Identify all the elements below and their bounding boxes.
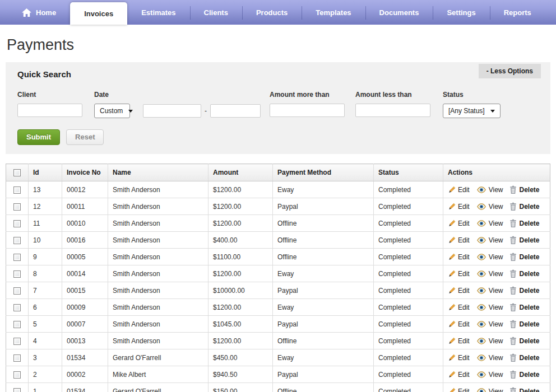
nav-tab-estimates[interactable]: Estimates [127, 0, 189, 25]
edit-link[interactable]: Edit [448, 236, 470, 244]
cell-status: Completed [374, 383, 443, 392]
row-select-cell [6, 249, 29, 265]
column-header-invoice-no[interactable]: Invoice No [62, 164, 108, 181]
row-checkbox[interactable] [13, 203, 21, 211]
status-select-value: [Any Status] [448, 107, 485, 115]
edit-link-label: Edit [458, 304, 470, 311]
column-header-status[interactable]: Status [374, 164, 443, 181]
delete-link[interactable]: Delete [509, 353, 539, 362]
delete-link[interactable]: Delete [509, 269, 539, 278]
date-from-input[interactable] [143, 104, 201, 118]
submit-button[interactable]: Submit [17, 129, 60, 145]
cell-actions: Edit View [443, 232, 550, 249]
date-group: Custom - [94, 104, 261, 118]
edit-link[interactable]: Edit [448, 320, 470, 328]
delete-link[interactable]: Delete [509, 370, 539, 379]
delete-link[interactable]: Delete [509, 337, 539, 345]
status-select[interactable]: [Any Status] [443, 104, 501, 118]
nav-tab-home[interactable]: Home [8, 0, 70, 25]
edit-link[interactable]: Edit [448, 220, 470, 227]
cell-actions: Edit View [443, 215, 550, 232]
view-link[interactable]: View [476, 270, 503, 278]
edit-link[interactable]: Edit [448, 371, 470, 379]
search-form-row: Client Date Custom - Amount more than Am… [17, 91, 539, 118]
view-link[interactable]: View [476, 186, 503, 194]
view-link[interactable]: View [476, 371, 503, 379]
edit-link[interactable]: Edit [448, 270, 470, 278]
edit-link[interactable]: Edit [448, 354, 470, 362]
column-header-amount[interactable]: Amount [208, 164, 273, 181]
select-all-checkbox[interactable] [13, 169, 21, 176]
column-header-id[interactable]: Id [29, 164, 62, 181]
row-checkbox[interactable] [13, 371, 21, 379]
client-label: Client [17, 91, 82, 99]
date-range-select[interactable]: Custom [94, 104, 130, 118]
reset-button[interactable]: Reset [66, 129, 104, 145]
cell-amount: $1200.00 [208, 181, 273, 198]
amount-less-input[interactable] [355, 104, 430, 117]
table-row: 13 00012 Smith Anderson $1200.00 Eway Co… [6, 181, 550, 198]
row-checkbox[interactable] [13, 388, 21, 392]
row-checkbox[interactable] [13, 287, 21, 295]
row-checkbox[interactable] [13, 186, 21, 194]
row-checkbox[interactable] [13, 270, 21, 278]
nav-tab-documents[interactable]: Documents [365, 0, 433, 25]
column-header-name[interactable]: Name [108, 164, 208, 181]
edit-link[interactable]: Edit [448, 203, 470, 211]
nav-tab-label: Estimates [141, 8, 175, 17]
view-link[interactable]: View [476, 320, 503, 328]
row-checkbox[interactable] [13, 304, 21, 311]
view-link[interactable]: View [476, 203, 503, 211]
delete-link[interactable]: Delete [509, 219, 539, 227]
view-link[interactable]: View [476, 337, 503, 345]
edit-link[interactable]: Edit [448, 287, 470, 295]
edit-link[interactable]: Edit [448, 304, 470, 311]
row-checkbox[interactable] [13, 321, 21, 328]
delete-link[interactable]: Delete [509, 320, 539, 328]
row-checkbox[interactable] [13, 254, 21, 261]
date-to-input[interactable] [210, 104, 261, 118]
edit-link-label: Edit [458, 354, 470, 362]
amount-more-input[interactable] [270, 104, 345, 117]
column-header-payment-method[interactable]: Payment Method [273, 164, 374, 181]
delete-link[interactable]: Delete [509, 253, 539, 261]
cell-status: Completed [374, 282, 443, 299]
view-link[interactable]: View [476, 220, 503, 227]
cell-invoice-no: 00012 [62, 181, 108, 198]
row-checkbox[interactable] [13, 354, 21, 362]
view-link[interactable]: View [476, 304, 503, 311]
cell-name: Smith Anderson [108, 333, 208, 349]
edit-link[interactable]: Edit [448, 186, 470, 194]
row-checkbox[interactable] [13, 237, 21, 244]
view-link[interactable]: View [476, 287, 503, 295]
view-link[interactable]: View [476, 388, 503, 392]
delete-link[interactable]: Delete [509, 387, 539, 392]
less-options-button[interactable]: - Less Options [479, 64, 541, 78]
delete-link[interactable]: Delete [509, 303, 539, 311]
table-row: 10 00016 Smith Anderson $400.00 Offline … [6, 232, 550, 249]
nav-tab-invoices[interactable]: Invoices [70, 2, 127, 25]
delete-link-label: Delete [519, 371, 539, 379]
row-checkbox[interactable] [13, 220, 21, 227]
edit-link[interactable]: Edit [448, 337, 470, 345]
nav-tab-reports[interactable]: Reports [490, 0, 545, 25]
delete-link[interactable]: Delete [509, 202, 539, 211]
cell-amount: $400.00 [208, 232, 273, 249]
nav-tab-products[interactable]: Products [242, 0, 302, 25]
pencil-icon [448, 270, 456, 278]
delete-link[interactable]: Delete [509, 286, 539, 295]
nav-tab-templates[interactable]: Templates [302, 0, 365, 25]
view-link[interactable]: View [476, 236, 503, 244]
cell-name: Mike Albert [108, 366, 208, 383]
client-input[interactable] [17, 104, 82, 117]
edit-link[interactable]: Edit [448, 253, 470, 261]
edit-link[interactable]: Edit [448, 388, 470, 392]
view-link[interactable]: View [476, 253, 503, 261]
row-checkbox[interactable] [13, 338, 21, 345]
nav-tab-clients[interactable]: Clients [190, 0, 242, 25]
edit-link-label: Edit [458, 270, 470, 278]
delete-link[interactable]: Delete [509, 185, 539, 194]
nav-tab-settings[interactable]: Settings [433, 0, 489, 25]
delete-link[interactable]: Delete [509, 236, 539, 244]
view-link[interactable]: View [476, 354, 503, 362]
